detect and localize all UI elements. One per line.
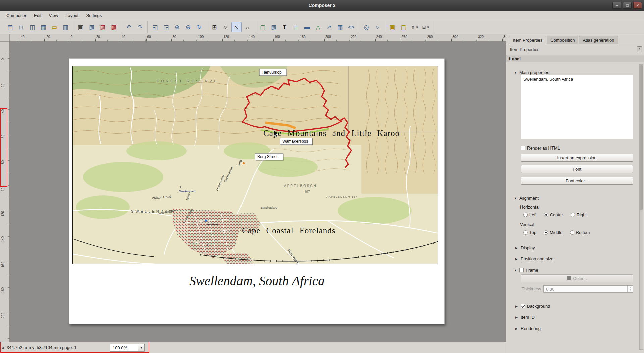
toolbar-icon: ▣	[390, 24, 395, 30]
radio-top[interactable]: Top	[523, 230, 536, 235]
tab-item-properties[interactable]: Item Properties	[509, 36, 546, 44]
display-group[interactable]: ▶ Display	[515, 245, 535, 250]
label-text-input[interactable]: Swellendam, South Africa	[521, 75, 633, 139]
render-as-html-checkbox[interactable]	[521, 146, 525, 150]
toolbar-group-add-items: ▢▧T≡▬△↗▦<>	[255, 21, 359, 33]
alignment-group[interactable]: ▼ Alignment	[514, 196, 539, 201]
rendering-group[interactable]: ▶ Rendering	[515, 326, 541, 331]
toolbar-icon: ↖	[234, 24, 239, 30]
ruler-tick: -40	[19, 35, 24, 39]
add-scalebar-button[interactable]: ▬	[302, 22, 312, 32]
frame-checkbox[interactable]	[519, 268, 524, 272]
map-title-label[interactable]: Swellendam, South Africa	[69, 273, 444, 288]
maximize-button[interactable]: □	[623, 2, 632, 9]
panel-scrollbar[interactable]	[639, 64, 643, 350]
toolbar-icon: ▢	[401, 24, 406, 30]
export-svg-button[interactable]: ▨	[98, 22, 108, 32]
item-id-group[interactable]: ▶ Item ID	[515, 315, 535, 320]
undo-button[interactable]: ↶	[124, 22, 134, 32]
refresh-view-button[interactable]: ↻	[194, 22, 204, 32]
add-label-button[interactable]: T	[280, 22, 290, 32]
add-legend-button[interactable]: ≡	[291, 22, 301, 32]
new-composition-button[interactable]: □	[16, 22, 26, 32]
add-table-button[interactable]: ▦	[335, 22, 345, 32]
radio-icon	[570, 230, 574, 235]
tab-atlas-generation[interactable]: Atlas generation	[579, 36, 618, 44]
ruler-tick: -20	[44, 35, 50, 39]
toolbar-icon: ▣	[78, 24, 83, 30]
radio-left[interactable]: Left	[523, 212, 537, 217]
zoom-out-button[interactable]: ⊖	[183, 22, 193, 32]
composition-manager-button[interactable]: ▦	[38, 22, 48, 32]
add-shape-button[interactable]: △	[313, 22, 323, 32]
toolbar-icon: ↶	[126, 24, 131, 30]
tab-composition[interactable]: Composition	[547, 36, 578, 44]
menu-layout[interactable]: Layout	[62, 12, 82, 19]
select-move-item-button[interactable]: ↖	[231, 22, 241, 32]
lock-items-button[interactable]: ▣	[387, 22, 397, 32]
insert-expression-button[interactable]: Insert an expression	[521, 154, 633, 162]
radio-bottom[interactable]: Bottom	[570, 230, 590, 235]
add-html-button[interactable]: <>	[346, 22, 356, 32]
menu-composer[interactable]: Composer	[3, 12, 30, 19]
map-item[interactable]: + + FOREST RESERVE SWELLENDAM APPELBOSCH…	[72, 66, 438, 264]
panel-close-button[interactable]: ×	[637, 46, 642, 51]
toolbar-icon: T	[283, 24, 286, 30]
toolbar-icon: ⊟ ▾	[422, 25, 429, 30]
background-checkbox[interactable]	[521, 304, 525, 308]
composition-page[interactable]: + + FOREST RESERVE SWELLENDAM APPELBOSCH…	[69, 58, 445, 324]
zoom-tool-button[interactable]: ○	[220, 22, 230, 32]
zoom-in-button[interactable]: ⊕	[172, 22, 182, 32]
background-group[interactable]: ▶ Background	[515, 304, 550, 309]
ruler-tick: 100	[197, 35, 204, 39]
group-items-button[interactable]: ◎	[361, 22, 371, 32]
frame-color-button[interactable]: Color...	[521, 274, 633, 282]
toolbar-group-tools: ⊞○↖↔	[207, 21, 255, 33]
position-size-group[interactable]: ▶ Position and size	[515, 256, 553, 261]
radio-right[interactable]: Right	[571, 212, 587, 217]
radio-center[interactable]: Center	[544, 212, 563, 217]
pan-tool-button[interactable]: ⊞	[209, 22, 219, 32]
export-pdf-button[interactable]: ▩	[109, 22, 119, 32]
font-button[interactable]: Font	[521, 165, 633, 173]
add-map-button[interactable]: ▢	[258, 22, 268, 32]
ungroup-items-button[interactable]: ○	[372, 22, 382, 32]
save-as-template-button[interactable]: ▥	[60, 22, 70, 32]
scrollbar-thumb[interactable]	[640, 65, 643, 210]
color-swatch-icon	[567, 276, 571, 280]
ruler-tick: 320	[477, 35, 484, 39]
menu-view[interactable]: View	[45, 12, 62, 19]
minimize-button[interactable]: −	[612, 2, 621, 9]
duplicate-composition-button[interactable]: ◫	[27, 22, 37, 32]
zoom-full-button[interactable]: ◱	[150, 22, 160, 32]
ruler-tick: 340	[502, 35, 506, 39]
frame-group[interactable]: ▼ Frame	[514, 268, 538, 273]
font-color-button[interactable]: Font color...	[521, 177, 633, 185]
spinner-arrows-icon[interactable]: ▲▼	[627, 286, 633, 292]
load-template-button[interactable]: ▭	[49, 22, 59, 32]
toolbar-icon: ▩	[111, 24, 116, 30]
raise-items-button[interactable]: ⇧ ▾	[410, 22, 420, 32]
render-as-html-row[interactable]: Render as HTML	[521, 145, 560, 151]
add-image-button[interactable]: ▧	[269, 22, 279, 32]
menu-edit[interactable]: Edit	[30, 12, 45, 19]
close-button[interactable]: ×	[633, 2, 642, 9]
align-items-button[interactable]: ⊟ ▾	[421, 22, 431, 32]
unlock-items-button[interactable]: ▢	[398, 22, 409, 32]
main-properties-group[interactable]: ▼ Main properties	[514, 70, 549, 75]
toolbar-group-grouping: ◎○	[359, 21, 385, 33]
ruler-tick: 240	[375, 35, 382, 39]
radio-middle[interactable]: Middle	[544, 230, 562, 235]
zoom-actual-button[interactable]: ◲	[161, 22, 171, 32]
save-project-button[interactable]: ▤	[5, 22, 15, 32]
toolbar-icon: ↗	[327, 24, 331, 30]
menu-settings[interactable]: Settings	[82, 12, 105, 19]
svg-text:Berg Street: Berg Street	[257, 154, 278, 159]
redo-button[interactable]: ↷	[135, 22, 145, 32]
export-image-button[interactable]: ▧	[87, 22, 97, 32]
add-arrow-button[interactable]: ↗	[324, 22, 334, 32]
thickness-spinbox[interactable]: 0,30 ▲▼	[543, 285, 633, 293]
toolbar-group-file: ▤□◫▦▭▥	[3, 21, 73, 33]
move-item-content-button[interactable]: ↔	[243, 22, 253, 32]
print-button[interactable]: ▣	[75, 22, 86, 32]
